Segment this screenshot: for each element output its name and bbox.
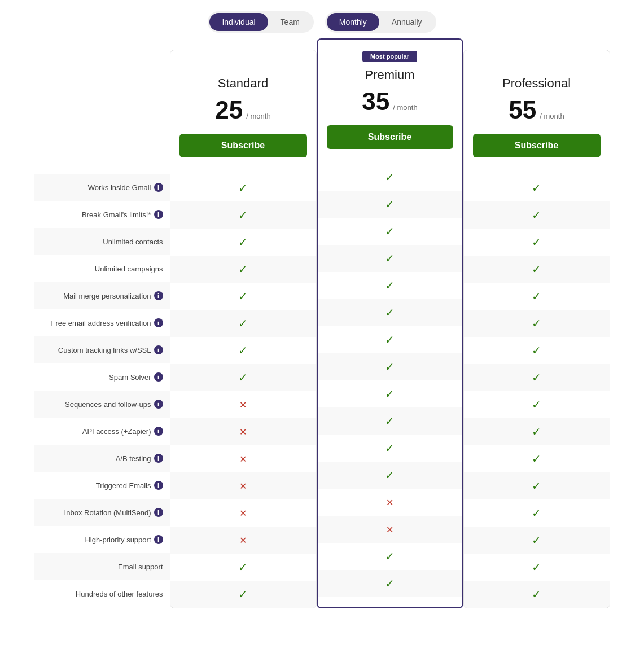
- feature-label-text: Sequences and follow-ups: [65, 400, 151, 409]
- plan-price-period-professional: / month: [540, 112, 564, 120]
- feature-cell-premium-1: ✓: [318, 191, 462, 218]
- billing-toggle: Monthly Annually: [325, 11, 436, 33]
- subscribe-button-premium[interactable]: Subscribe: [327, 125, 453, 149]
- feature-cell-standard-14: ✓: [170, 554, 316, 581]
- feature-label-text: Hundreds of other features: [76, 590, 163, 598]
- feature-cell-standard-13: ✕: [170, 527, 316, 554]
- feature-label-text: Spam Solver: [109, 373, 151, 382]
- feature-cell-standard-6: ✓: [170, 337, 316, 364]
- check-icon: ✓: [385, 279, 395, 292]
- subscribe-button-standard[interactable]: Subscribe: [179, 134, 307, 157]
- feature-label-text: Free email address verification: [51, 319, 151, 327]
- most-popular-badge: Most popular: [362, 51, 417, 62]
- check-icon: ✓: [385, 577, 395, 590]
- feature-label-text: Mail merge personalization: [63, 292, 151, 300]
- feature-cell-premium-5: ✓: [318, 299, 462, 326]
- feature-cell-professional-2: ✓: [464, 229, 610, 256]
- info-icon[interactable]: i: [154, 183, 163, 192]
- feature-cell-premium-11: ✓: [318, 462, 462, 489]
- check-icon: ✓: [238, 317, 248, 330]
- info-icon[interactable]: i: [154, 427, 163, 436]
- plan-col-premium: Most popularPremium35/ monthSubscribe✓✓✓…: [317, 38, 463, 608]
- feature-label-row: Break Gmail's limits!*i: [34, 201, 170, 228]
- feature-label-row: High-priority supporti: [34, 526, 170, 553]
- feature-cell-professional-7: ✓: [464, 364, 610, 391]
- feature-cell-premium-12: ✕: [318, 489, 462, 516]
- feature-cell-professional-5: ✓: [464, 310, 610, 337]
- feature-cell-standard-2: ✓: [170, 229, 316, 256]
- feature-label-row: Custom tracking links w/SSLi: [34, 336, 170, 363]
- toggle-section: Individual Team Monthly Annually: [0, 11, 644, 33]
- check-icon: ✓: [532, 181, 541, 195]
- feature-cell-premium-10: ✓: [318, 435, 462, 462]
- feature-label-row: Unlimited campaigns: [34, 255, 170, 282]
- check-icon: ✓: [385, 550, 395, 563]
- check-icon: ✓: [238, 371, 248, 384]
- feature-label-text: Inbox Rotation (MultiSend): [64, 508, 151, 517]
- feature-label-row: Inbox Rotation (MultiSend)i: [34, 499, 170, 526]
- feature-label-text: A/B testing: [116, 454, 151, 463]
- feature-label-row: Works inside Gmaili: [34, 174, 170, 201]
- check-icon: ✓: [385, 170, 395, 184]
- feature-cell-professional-12: ✓: [464, 499, 610, 527]
- feature-cell-professional-8: ✓: [464, 391, 610, 418]
- feature-cell-professional-13: ✓: [464, 527, 610, 554]
- feature-cell-professional-3: ✓: [464, 256, 610, 283]
- feature-label-text: API access (+Zapier): [82, 427, 151, 436]
- feature-label-text: High-priority support: [85, 536, 151, 544]
- info-icon[interactable]: i: [154, 318, 163, 327]
- monthly-toggle-btn[interactable]: Monthly: [327, 13, 379, 31]
- feature-cell-premium-2: ✓: [318, 218, 462, 245]
- cross-icon: ✕: [239, 400, 247, 410]
- info-icon[interactable]: i: [154, 535, 163, 544]
- plan-header-standard: Standard25/ monthSubscribe: [170, 50, 316, 174]
- plan-price-period-standard: / month: [246, 112, 270, 120]
- feature-label-text: Break Gmail's limits!*: [82, 211, 151, 219]
- feature-label-text: Custom tracking links w/SSL: [58, 346, 151, 354]
- cross-icon: ✕: [239, 427, 247, 437]
- check-icon: ✓: [238, 560, 248, 574]
- feature-cell-professional-0: ✓: [464, 174, 610, 201]
- feature-cell-premium-4: ✓: [318, 272, 462, 299]
- check-icon: ✓: [385, 360, 395, 374]
- feature-label-text: Unlimited contacts: [103, 238, 163, 246]
- info-icon[interactable]: i: [154, 508, 163, 517]
- feature-cell-professional-4: ✓: [464, 283, 610, 310]
- info-icon[interactable]: i: [154, 210, 163, 219]
- plan-price-period-premium: / month: [393, 103, 417, 112]
- feature-label-row: Email support: [34, 553, 170, 580]
- info-icon[interactable]: i: [154, 400, 163, 409]
- feature-label-row: Free email address verificationi: [34, 309, 170, 336]
- feature-cell-premium-9: ✓: [318, 407, 462, 435]
- feature-cell-premium-6: ✓: [318, 326, 462, 353]
- annually-toggle-btn[interactable]: Annually: [379, 13, 435, 31]
- cross-icon: ✕: [239, 481, 247, 492]
- feature-label-row: Spam Solveri: [34, 363, 170, 391]
- check-icon: ✓: [238, 235, 248, 249]
- check-icon: ✓: [238, 588, 248, 601]
- check-icon: ✓: [238, 208, 248, 222]
- feature-cell-premium-15: ✓: [318, 570, 462, 597]
- plan-name-premium: Premium: [365, 68, 414, 82]
- feature-label-row: Mail merge personalizationi: [34, 282, 170, 309]
- check-icon: ✓: [385, 333, 395, 347]
- check-icon: ✓: [532, 398, 541, 411]
- plan-header-premium: Most popularPremium35/ monthSubscribe: [318, 40, 462, 164]
- info-icon[interactable]: i: [154, 291, 163, 300]
- info-icon[interactable]: i: [154, 372, 163, 382]
- subscribe-button-professional[interactable]: Subscribe: [473, 134, 601, 157]
- feature-label-row: Hundreds of other features: [34, 580, 170, 607]
- team-toggle-btn[interactable]: Team: [268, 13, 312, 31]
- info-icon[interactable]: i: [154, 454, 163, 463]
- feature-cell-professional-10: ✓: [464, 445, 610, 472]
- individual-toggle-btn[interactable]: Individual: [209, 13, 268, 31]
- feature-cell-standard-0: ✓: [170, 174, 316, 201]
- check-icon: ✓: [532, 533, 541, 547]
- check-icon: ✓: [532, 208, 541, 222]
- info-icon[interactable]: i: [154, 345, 163, 354]
- feature-cell-standard-4: ✓: [170, 283, 316, 310]
- info-icon[interactable]: i: [154, 481, 163, 490]
- plan-col-professional: Professional55/ monthSubscribe✓✓✓✓✓✓✓✓✓✓…: [463, 50, 610, 608]
- check-icon: ✓: [532, 317, 541, 330]
- feature-cell-professional-1: ✓: [464, 201, 610, 229]
